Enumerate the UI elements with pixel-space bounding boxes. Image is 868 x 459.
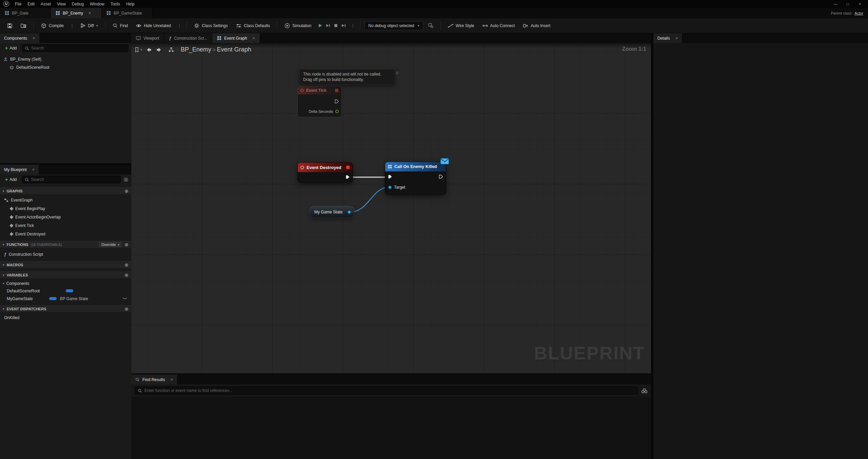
minimize-button[interactable]: — bbox=[829, 0, 842, 8]
object-wire[interactable] bbox=[351, 187, 388, 212]
my-blueprint-search-input[interactable] bbox=[31, 177, 118, 182]
event-graph-canvas[interactable]: ▾ BP_Enemy > Event Graph Zoom 1:1 This n… bbox=[131, 43, 651, 373]
play-icon[interactable] bbox=[318, 23, 323, 28]
section-variables[interactable]: ▾ VARIABLES ⊕ bbox=[0, 271, 131, 279]
bookmarks-button[interactable]: ▾ bbox=[135, 47, 142, 53]
add-component-button[interactable]: + Add bbox=[3, 45, 19, 51]
tab-event-graph[interactable]: Event Graph × bbox=[212, 33, 260, 43]
asset-tab-bp-enemy[interactable]: BP_Enemy × bbox=[51, 8, 102, 18]
tab-details[interactable]: Details × bbox=[653, 33, 682, 43]
browse-debug-object-button[interactable] bbox=[425, 21, 436, 30]
close-icon[interactable]: × bbox=[33, 36, 35, 41]
parent-class-link[interactable]: Actor bbox=[854, 11, 863, 15]
breadcrumb-root[interactable]: BP_Enemy bbox=[181, 46, 211, 53]
menu-asset[interactable]: Asset bbox=[38, 1, 54, 7]
asset-tab-bp-gate[interactable]: BP_Gate bbox=[0, 8, 51, 18]
section-event-dispatchers[interactable]: ▾ EVENT DISPATCHERS ⊕ bbox=[0, 305, 131, 313]
exec-out-pin[interactable] bbox=[335, 99, 339, 104]
find-button[interactable]: Find bbox=[110, 21, 131, 30]
add-graph-icon[interactable]: ⊕ bbox=[124, 188, 129, 194]
maximize-button[interactable]: □ bbox=[842, 0, 854, 8]
tab-components[interactable]: Components × bbox=[0, 33, 39, 43]
component-row-self[interactable]: BP_Enemy (Self) bbox=[0, 55, 131, 63]
add-variable-icon[interactable]: ⊕ bbox=[124, 272, 129, 278]
auto-insert-button[interactable]: Auto Insert bbox=[520, 21, 553, 30]
diff-button[interactable]: Diff ▾ bbox=[77, 21, 101, 30]
tab-my-blueprint[interactable]: My Blueprint × bbox=[0, 165, 39, 174]
menu-debug[interactable]: Debug bbox=[69, 1, 87, 7]
node-event-tick[interactable]: Event Tick Delta Seconds bbox=[298, 86, 341, 117]
debug-object-dropdown[interactable]: No debug object selected ▾ bbox=[364, 21, 423, 30]
menu-file[interactable]: File bbox=[12, 1, 24, 7]
tab-viewport[interactable]: Viewport bbox=[131, 33, 164, 43]
menu-tools[interactable]: Tools bbox=[107, 1, 123, 7]
component-row-defaultsceneroot[interactable]: DefaultSceneRoot bbox=[0, 63, 131, 71]
close-icon[interactable]: × bbox=[171, 377, 173, 382]
find-results-search-input[interactable] bbox=[144, 388, 635, 393]
collapse-arrow-icon: ▾ bbox=[3, 189, 4, 193]
simulation-button[interactable]: Simulation bbox=[281, 21, 314, 31]
forward-arrow-icon[interactable] bbox=[156, 47, 162, 53]
section-graphs[interactable]: ▾ GRAPHS ⊕ bbox=[0, 187, 131, 195]
save-button[interactable] bbox=[4, 21, 16, 31]
components-search-input[interactable] bbox=[31, 46, 126, 50]
exec-in-pin[interactable] bbox=[388, 174, 392, 179]
close-icon[interactable]: × bbox=[675, 36, 678, 41]
variable-row-defaultsceneroot[interactable]: DefaultSceneRoot bbox=[0, 287, 131, 295]
close-icon[interactable]: × bbox=[88, 11, 91, 16]
hide-unrelated-options-kebab-icon[interactable]: ⋮ bbox=[176, 23, 182, 28]
stop-icon[interactable] bbox=[333, 23, 338, 28]
section-functions[interactable]: ▾ FUNCTIONS (18 OVERRIDABLE) Override ▾ … bbox=[0, 241, 131, 248]
global-find-binoculars-icon[interactable] bbox=[641, 388, 648, 393]
frame-advance-icon[interactable] bbox=[326, 23, 331, 28]
hide-unrelated-button[interactable]: Hide Unrelated bbox=[133, 21, 174, 30]
event-row-beginplay[interactable]: Event BeginPlay bbox=[0, 204, 131, 213]
compile-options-kebab-icon[interactable]: ⋮ bbox=[69, 23, 75, 28]
node-my-game-state-getter[interactable]: My Game State bbox=[309, 206, 355, 218]
event-row-destroyed[interactable]: Event Destroyed bbox=[0, 230, 131, 238]
dispatcher-row-onkilled[interactable]: OnKilled bbox=[0, 314, 131, 321]
play-options-kebab-icon[interactable]: ⋮ bbox=[350, 23, 356, 28]
settings-gear-icon[interactable] bbox=[123, 177, 129, 182]
eject-icon[interactable] bbox=[341, 23, 346, 28]
object-pin-icon[interactable] bbox=[347, 210, 351, 214]
node-event-destroyed[interactable]: Event Destroyed bbox=[298, 163, 353, 183]
event-row-tick[interactable]: Event Tick bbox=[0, 221, 131, 230]
event-row-actorbeginoverlap[interactable]: Event ActorBeginOverlap bbox=[0, 213, 131, 221]
close-icon[interactable]: × bbox=[253, 36, 255, 41]
tab-find-results[interactable]: Find Results × bbox=[131, 375, 177, 384]
close-window-button[interactable]: × bbox=[854, 0, 866, 8]
add-dispatcher-icon[interactable]: ⊕ bbox=[124, 306, 129, 312]
delta-seconds-pin[interactable]: Delta Seconds bbox=[309, 109, 339, 113]
menu-view[interactable]: View bbox=[54, 1, 69, 7]
breadcrumb-current[interactable]: Event Graph bbox=[217, 46, 251, 53]
asset-tab-bp-gamestate[interactable]: BP_GameState bbox=[102, 8, 153, 18]
add-macro-icon[interactable]: ⊕ bbox=[124, 262, 129, 268]
override-dropdown[interactable]: Override ▾ bbox=[99, 242, 122, 247]
exec-out-pin[interactable] bbox=[346, 175, 350, 179]
exec-out-pin[interactable] bbox=[439, 174, 443, 179]
close-icon[interactable]: × bbox=[32, 167, 35, 172]
add-function-icon[interactable]: ⊕ bbox=[124, 242, 129, 247]
node-call-on-enemy-killed[interactable]: Call On Enemy Killed Target bbox=[385, 162, 446, 194]
wire-style-button[interactable]: Wire Style bbox=[445, 21, 477, 30]
graph-hierarchy-icon[interactable] bbox=[169, 47, 174, 52]
variable-row-mygamestate[interactable]: MyGameState BP Game State bbox=[0, 295, 131, 302]
add-blueprint-item-button[interactable]: + Add bbox=[3, 176, 19, 183]
graph-row-eventgraph[interactable]: EventGraph bbox=[0, 196, 131, 204]
tab-construction-script[interactable]: ƒ Construction Scr... bbox=[164, 33, 212, 43]
menu-edit[interactable]: Edit bbox=[24, 1, 38, 7]
target-pin[interactable]: Target bbox=[388, 185, 405, 190]
function-row-construction-script[interactable]: ƒ Construction Script bbox=[0, 250, 131, 258]
back-arrow-icon[interactable] bbox=[146, 47, 152, 53]
variables-category-components[interactable]: ▾ Components bbox=[0, 280, 131, 287]
menu-window[interactable]: Window bbox=[87, 1, 107, 7]
class-defaults-button[interactable]: Class Defaults bbox=[233, 21, 273, 30]
visibility-eye-closed-icon[interactable] bbox=[122, 297, 127, 300]
menu-help[interactable]: Help bbox=[123, 1, 138, 7]
class-settings-button[interactable]: Class Settings bbox=[191, 21, 231, 31]
auto-connect-button[interactable]: Auto Connect bbox=[479, 21, 518, 30]
section-macros[interactable]: ▾ MACROS ⊕ bbox=[0, 261, 131, 269]
browse-to-asset-button[interactable] bbox=[18, 21, 29, 31]
compile-button[interactable]: Compile bbox=[38, 21, 67, 31]
